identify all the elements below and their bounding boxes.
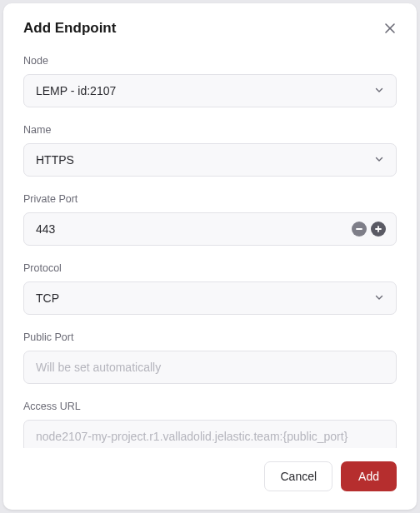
chevron-down-icon [374, 291, 384, 305]
cancel-button[interactable]: Cancel [264, 461, 332, 491]
node-label: Node [23, 55, 397, 67]
name-select[interactable]: HTTPS [23, 143, 397, 177]
field-protocol: Protocol TCP [23, 262, 397, 315]
protocol-select-value: TCP [36, 291, 59, 305]
name-select-value: HTTPS [36, 153, 74, 167]
protocol-select[interactable]: TCP [23, 281, 397, 315]
protocol-label: Protocol [23, 262, 397, 274]
stepper-buttons [352, 222, 396, 237]
chevron-down-icon [374, 153, 384, 167]
chevron-down-icon [374, 84, 384, 97]
access-url-label: Access URL [23, 401, 397, 412]
public-port-control [23, 351, 397, 384]
private-port-stepper [23, 212, 397, 246]
add-endpoint-dialog: Add Endpoint Node LEMP - id:2107 Name [3, 3, 417, 510]
access-url-control [23, 420, 397, 448]
private-port-input[interactable] [24, 213, 352, 245]
node-select[interactable]: LEMP - id:2107 [23, 74, 397, 107]
field-node: Node LEMP - id:2107 [23, 55, 397, 107]
private-port-label: Private Port [23, 193, 397, 205]
field-public-port: Public Port [23, 331, 397, 384]
decrement-button[interactable] [352, 222, 367, 237]
access-url-input [24, 421, 396, 448]
increment-button[interactable] [371, 222, 386, 237]
field-access-url: Access URL [23, 401, 397, 448]
dialog-header: Add Endpoint [3, 3, 417, 48]
field-private-port: Private Port [23, 193, 397, 246]
dialog-body: Node LEMP - id:2107 Name HTTPS [3, 48, 417, 448]
node-select-value: LEMP - id:2107 [36, 84, 116, 97]
public-port-label: Public Port [23, 331, 397, 343]
dialog-title: Add Endpoint [23, 20, 116, 37]
dialog-footer: Cancel Add [3, 448, 417, 510]
field-name: Name HTTPS [23, 124, 397, 177]
close-icon[interactable] [383, 22, 397, 35]
add-button[interactable]: Add [341, 461, 397, 491]
name-label: Name [23, 124, 397, 136]
public-port-input [24, 351, 396, 383]
